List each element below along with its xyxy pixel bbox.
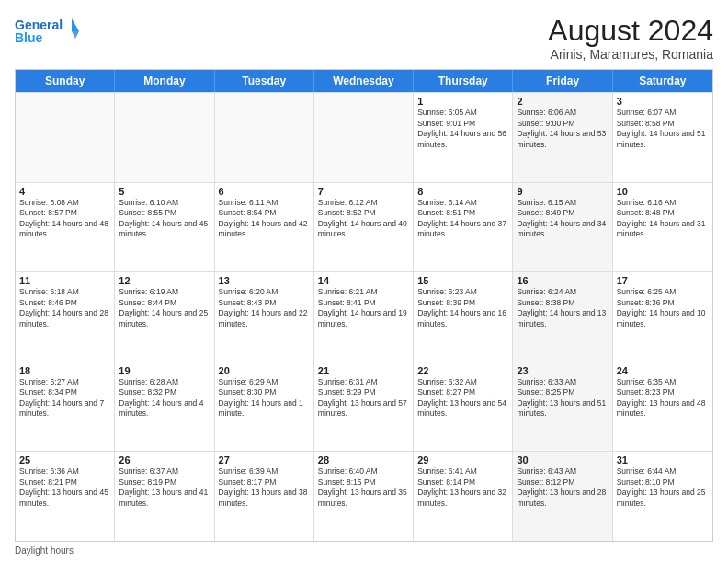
cell-sunset: Sunset: 8:48 PM bbox=[617, 208, 709, 218]
day-number: 25 bbox=[19, 454, 110, 465]
cell-sunset: Sunset: 8:32 PM bbox=[119, 387, 210, 397]
calendar-cell-3-0: 18 Sunrise: 6:27 AM Sunset: 8:34 PM Dayl… bbox=[16, 362, 115, 452]
svg-text:Blue: Blue bbox=[15, 30, 43, 45]
weekday-header-sunday: Sunday bbox=[16, 70, 115, 92]
cell-sunset: Sunset: 8:51 PM bbox=[417, 208, 508, 218]
weekday-header-wednesday: Wednesday bbox=[314, 70, 414, 92]
calendar-cell-1-3: 7 Sunrise: 6:12 AM Sunset: 8:52 PM Dayli… bbox=[314, 183, 414, 272]
cell-sunrise: Sunrise: 6:40 AM bbox=[318, 466, 409, 477]
calendar-cell-0-3 bbox=[314, 93, 414, 182]
day-number: 11 bbox=[19, 275, 110, 286]
calendar-cell-2-5: 16 Sunrise: 6:24 AM Sunset: 8:38 PM Dayl… bbox=[513, 272, 612, 362]
day-number: 20 bbox=[219, 365, 310, 376]
cell-sunset: Sunset: 8:21 PM bbox=[19, 477, 110, 488]
cell-sunrise: Sunrise: 6:33 AM bbox=[517, 377, 608, 387]
cell-sunrise: Sunrise: 6:07 AM bbox=[617, 108, 709, 118]
weekday-header-thursday: Thursday bbox=[414, 70, 513, 92]
day-number: 24 bbox=[617, 365, 709, 376]
day-number: 13 bbox=[219, 275, 310, 286]
daylight-hours-label: Daylight hours bbox=[15, 546, 74, 556]
cell-daylight: Daylight: 14 hours and 42 minutes. bbox=[219, 219, 310, 240]
cell-daylight: Daylight: 13 hours and 48 minutes. bbox=[617, 398, 709, 419]
cell-sunset: Sunset: 8:41 PM bbox=[318, 298, 409, 308]
cell-sunrise: Sunrise: 6:44 AM bbox=[617, 466, 709, 477]
day-number: 19 bbox=[119, 365, 210, 376]
calendar-cell-1-2: 6 Sunrise: 6:11 AM Sunset: 8:54 PM Dayli… bbox=[215, 183, 314, 272]
cell-sunset: Sunset: 8:30 PM bbox=[219, 387, 310, 397]
svg-marker-3 bbox=[72, 31, 79, 39]
cell-sunrise: Sunrise: 6:14 AM bbox=[417, 198, 508, 208]
day-number: 18 bbox=[19, 365, 110, 376]
calendar-cell-3-6: 24 Sunrise: 6:35 AM Sunset: 8:23 PM Dayl… bbox=[613, 362, 712, 452]
cell-sunrise: Sunrise: 6:41 AM bbox=[417, 466, 508, 477]
cell-daylight: Daylight: 14 hours and 53 minutes. bbox=[517, 129, 608, 150]
cell-sunset: Sunset: 8:58 PM bbox=[617, 119, 709, 129]
cell-sunrise: Sunrise: 6:10 AM bbox=[119, 198, 210, 208]
cell-daylight: Daylight: 13 hours and 41 minutes. bbox=[119, 488, 210, 509]
calendar-cell-4-5: 30 Sunrise: 6:43 AM Sunset: 8:12 PM Dayl… bbox=[513, 452, 612, 541]
calendar-cell-2-6: 17 Sunrise: 6:25 AM Sunset: 8:36 PM Dayl… bbox=[613, 272, 712, 362]
cell-daylight: Daylight: 13 hours and 51 minutes. bbox=[517, 398, 608, 419]
cell-sunset: Sunset: 8:27 PM bbox=[417, 387, 508, 397]
calendar-cell-1-1: 5 Sunrise: 6:10 AM Sunset: 8:55 PM Dayli… bbox=[115, 183, 214, 272]
cell-daylight: Daylight: 14 hours and 40 minutes. bbox=[318, 219, 409, 240]
cell-daylight: Daylight: 14 hours and 4 minutes. bbox=[119, 398, 210, 419]
cell-daylight: Daylight: 13 hours and 38 minutes. bbox=[219, 488, 310, 509]
cell-sunset: Sunset: 8:15 PM bbox=[318, 477, 409, 488]
cell-daylight: Daylight: 14 hours and 1 minute. bbox=[219, 398, 310, 419]
cell-daylight: Daylight: 14 hours and 22 minutes. bbox=[219, 308, 310, 329]
cell-sunrise: Sunrise: 6:05 AM bbox=[417, 108, 508, 118]
day-number: 3 bbox=[617, 96, 709, 107]
cell-sunrise: Sunrise: 6:06 AM bbox=[517, 108, 608, 118]
calendar-cell-2-2: 13 Sunrise: 6:20 AM Sunset: 8:43 PM Dayl… bbox=[215, 272, 314, 362]
cell-daylight: Daylight: 14 hours and 34 minutes. bbox=[517, 219, 608, 240]
cell-sunrise: Sunrise: 6:15 AM bbox=[517, 198, 608, 208]
cell-sunrise: Sunrise: 6:11 AM bbox=[219, 198, 310, 208]
day-number: 23 bbox=[517, 365, 608, 376]
cell-sunset: Sunset: 8:52 PM bbox=[318, 208, 409, 218]
day-number: 12 bbox=[119, 275, 210, 286]
calendar-cell-3-5: 23 Sunrise: 6:33 AM Sunset: 8:25 PM Dayl… bbox=[513, 362, 612, 452]
cell-sunrise: Sunrise: 6:36 AM bbox=[19, 466, 110, 477]
cell-daylight: Daylight: 13 hours and 57 minutes. bbox=[318, 398, 409, 419]
weekday-header-tuesday: Tuesday bbox=[215, 70, 314, 92]
day-number: 27 bbox=[219, 454, 310, 465]
calendar-body: 1 Sunrise: 6:05 AM Sunset: 9:01 PM Dayli… bbox=[16, 92, 712, 541]
cell-sunrise: Sunrise: 6:18 AM bbox=[19, 287, 110, 297]
month-year-title: August 2024 bbox=[548, 15, 713, 47]
cell-daylight: Daylight: 13 hours and 35 minutes. bbox=[318, 488, 409, 509]
cell-sunset: Sunset: 8:29 PM bbox=[318, 387, 409, 397]
cell-daylight: Daylight: 14 hours and 56 minutes. bbox=[417, 129, 508, 150]
cell-sunset: Sunset: 8:46 PM bbox=[19, 298, 110, 308]
cell-sunrise: Sunrise: 6:16 AM bbox=[617, 198, 709, 208]
cell-daylight: Daylight: 14 hours and 7 minutes. bbox=[19, 398, 110, 419]
calendar-cell-4-6: 31 Sunrise: 6:44 AM Sunset: 8:10 PM Dayl… bbox=[613, 452, 712, 541]
cell-daylight: Daylight: 14 hours and 45 minutes. bbox=[119, 219, 210, 240]
cell-daylight: Daylight: 14 hours and 13 minutes. bbox=[517, 308, 608, 329]
day-number: 4 bbox=[19, 186, 110, 197]
calendar-cell-3-1: 19 Sunrise: 6:28 AM Sunset: 8:32 PM Dayl… bbox=[115, 362, 214, 452]
day-number: 29 bbox=[417, 454, 508, 465]
cell-sunrise: Sunrise: 6:25 AM bbox=[617, 287, 709, 297]
cell-daylight: Daylight: 14 hours and 37 minutes. bbox=[417, 219, 508, 240]
cell-daylight: Daylight: 14 hours and 31 minutes. bbox=[617, 219, 709, 240]
cell-sunset: Sunset: 8:36 PM bbox=[617, 298, 709, 308]
calendar-cell-4-4: 29 Sunrise: 6:41 AM Sunset: 8:14 PM Dayl… bbox=[414, 452, 513, 541]
weekday-header-monday: Monday bbox=[115, 70, 214, 92]
day-number: 2 bbox=[517, 96, 608, 107]
calendar-cell-0-1 bbox=[115, 93, 214, 182]
calendar-cell-4-1: 26 Sunrise: 6:37 AM Sunset: 8:19 PM Dayl… bbox=[115, 452, 214, 541]
day-number: 9 bbox=[517, 186, 608, 197]
calendar-cell-4-0: 25 Sunrise: 6:36 AM Sunset: 8:21 PM Dayl… bbox=[16, 452, 115, 541]
calendar-cell-3-4: 22 Sunrise: 6:32 AM Sunset: 8:27 PM Dayl… bbox=[414, 362, 513, 452]
cell-sunrise: Sunrise: 6:20 AM bbox=[219, 287, 310, 297]
cell-sunrise: Sunrise: 6:08 AM bbox=[19, 198, 110, 208]
cell-daylight: Daylight: 14 hours and 48 minutes. bbox=[19, 219, 110, 240]
cell-sunset: Sunset: 8:34 PM bbox=[19, 387, 110, 397]
calendar-cell-3-3: 21 Sunrise: 6:31 AM Sunset: 8:29 PM Dayl… bbox=[314, 362, 414, 452]
cell-sunrise: Sunrise: 6:23 AM bbox=[417, 287, 508, 297]
cell-daylight: Daylight: 14 hours and 25 minutes. bbox=[119, 308, 210, 329]
cell-daylight: Daylight: 13 hours and 28 minutes. bbox=[517, 488, 608, 509]
calendar-cell-2-1: 12 Sunrise: 6:19 AM Sunset: 8:44 PM Dayl… bbox=[115, 272, 214, 362]
cell-daylight: Daylight: 13 hours and 32 minutes. bbox=[417, 488, 508, 509]
